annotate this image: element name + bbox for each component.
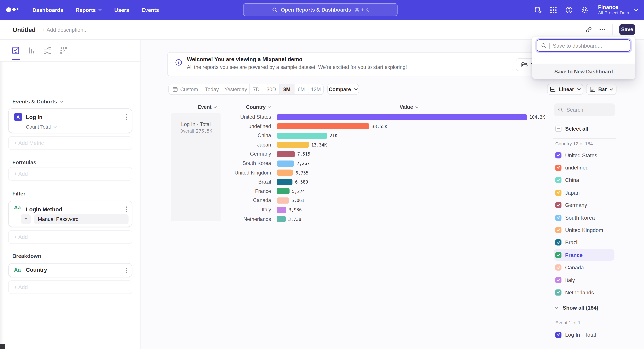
range-option-12m[interactable]: 12M xyxy=(308,84,323,94)
more-options-icon[interactable] xyxy=(599,26,606,33)
tab-insights-icon[interactable] xyxy=(12,46,20,55)
filter-property-name[interactable]: Login Method xyxy=(26,207,62,213)
project-switcher[interactable]: Finance All Project Data xyxy=(598,4,638,15)
country-checkbox-checked[interactable] xyxy=(555,277,562,283)
filter-operator[interactable]: = xyxy=(21,214,31,224)
copy-link-icon[interactable] xyxy=(585,26,592,33)
country-checkbox-checked[interactable] xyxy=(555,165,562,171)
bar-segment[interactable] xyxy=(277,123,369,129)
country-checkbox-checked[interactable] xyxy=(555,252,562,258)
active-tab-indicator xyxy=(12,58,20,60)
range-option-6m[interactable]: 6M xyxy=(294,84,308,94)
range-option-yesterday[interactable]: Yesterday xyxy=(222,84,250,94)
range-option-7d[interactable]: 7D xyxy=(250,84,263,94)
range-option-3m[interactable]: 3M xyxy=(280,84,294,94)
bar-segment[interactable] xyxy=(277,132,327,139)
tab-funnels-icon[interactable] xyxy=(28,46,36,55)
country-checkbox-checked[interactable] xyxy=(555,289,562,296)
bar-segment[interactable] xyxy=(277,197,289,204)
add-metric-button[interactable]: + Add Metric xyxy=(8,136,132,150)
country-checkbox-checked[interactable] xyxy=(555,227,562,233)
global-search-button[interactable]: Open Reports & Dashboards ⌘ + K xyxy=(243,3,398,16)
breakdown-property-name[interactable]: Country xyxy=(26,267,47,273)
country-checkbox-checked[interactable] xyxy=(555,202,562,208)
save-button[interactable]: Save xyxy=(619,24,635,35)
country-row-italy[interactable]: Italy xyxy=(554,274,614,286)
country-row-japan[interactable]: Japan xyxy=(554,187,614,198)
breakdown-options-kebab-icon[interactable] xyxy=(126,268,127,273)
country-row-brazil[interactable]: Brazil xyxy=(554,237,614,248)
apps-grid-icon[interactable] xyxy=(550,6,558,14)
compare-button[interactable]: Compare xyxy=(327,84,359,95)
report-title[interactable]: Untitled xyxy=(13,26,36,33)
event-series-label: Log In - Total xyxy=(565,332,596,338)
filter-options-kebab-icon[interactable] xyxy=(126,207,127,212)
bar-segment[interactable] xyxy=(277,179,293,185)
country-row-netherlands[interactable]: Netherlands xyxy=(554,287,614,298)
chart-type-button[interactable]: Bar xyxy=(586,84,616,95)
bar-category-label: Canada xyxy=(167,198,271,203)
range-option-30d[interactable]: 30D xyxy=(263,84,280,94)
country-checkbox-checked[interactable] xyxy=(555,190,562,196)
show-all-button[interactable]: Show all (184) xyxy=(554,305,598,311)
metric-options-kebab-icon[interactable] xyxy=(126,114,127,120)
country-row-south-korea[interactable]: South Korea xyxy=(554,212,614,223)
help-icon[interactable] xyxy=(565,6,573,14)
select-all-checkbox-indeterminate[interactable] xyxy=(555,126,562,132)
bar-segment[interactable] xyxy=(277,170,293,176)
nav-item-reports[interactable]: Reports xyxy=(76,7,102,13)
mixpanel-logo-icon[interactable] xyxy=(6,7,22,12)
range-option-today[interactable]: Today xyxy=(202,84,222,94)
bar-segment[interactable] xyxy=(277,216,286,222)
scale-selector-button[interactable]: Linear xyxy=(547,84,583,95)
event-checkbox-checked[interactable] xyxy=(555,332,562,338)
column-header-value[interactable]: Value xyxy=(400,104,418,110)
series-search-input[interactable]: Search xyxy=(554,103,615,116)
nav-item-dashboards[interactable]: Dashboards xyxy=(32,7,63,13)
add-filter-button[interactable]: + Add xyxy=(8,230,132,244)
bar-segment[interactable] xyxy=(277,188,290,194)
section-events-cohorts[interactable]: Events & Cohorts xyxy=(12,99,64,105)
country-row-united-kingdom[interactable]: United Kingdom xyxy=(554,224,614,236)
bar-category-label: Netherlands xyxy=(167,216,271,222)
country-row-canada[interactable]: Canada xyxy=(554,262,614,273)
event-name[interactable]: Log In xyxy=(26,114,42,120)
range-option-custom[interactable]: Custom xyxy=(169,84,202,94)
bar-segment[interactable] xyxy=(277,151,295,157)
country-row-germany[interactable]: Germany xyxy=(554,199,614,211)
country-row-france[interactable]: France xyxy=(554,249,614,261)
filter-value[interactable]: Manual Password xyxy=(34,214,128,224)
tab-flows-icon[interactable] xyxy=(44,46,52,55)
country-row-undefined[interactable]: undefined xyxy=(554,162,614,173)
column-header-event[interactable]: Event xyxy=(198,104,217,110)
bar-segment[interactable] xyxy=(277,114,527,120)
breakdown-card-country[interactable]: Aa Country xyxy=(8,263,132,277)
add-description-button[interactable]: + Add description... xyxy=(42,26,88,33)
tab-retention-icon[interactable] xyxy=(60,46,68,55)
bar-segment[interactable] xyxy=(277,160,294,166)
country-row-united-states[interactable]: United States xyxy=(554,149,614,161)
bar-segment[interactable] xyxy=(277,142,309,148)
country-checkbox-checked[interactable] xyxy=(555,264,562,271)
filter-card-login-method[interactable]: Aa Login Method = Manual Password xyxy=(8,201,132,227)
global-search-placeholder: Open Reports & Dashboards xyxy=(281,7,351,12)
nav-item-events[interactable]: Events xyxy=(142,7,159,13)
country-checkbox-checked[interactable] xyxy=(555,177,562,183)
metric-card-log-in[interactable]: A Log In Count Total xyxy=(8,108,132,133)
country-checkbox-checked[interactable] xyxy=(555,152,562,158)
settings-gear-icon[interactable] xyxy=(581,6,589,14)
event-series-row[interactable]: Log In - Total xyxy=(554,329,614,341)
data-management-icon[interactable] xyxy=(534,6,542,14)
select-all-row[interactable]: Select all xyxy=(555,126,588,132)
country-checkbox-checked[interactable] xyxy=(555,215,562,221)
save-to-new-dashboard-button[interactable]: Save to New Dashboard xyxy=(532,64,635,79)
nav-item-users[interactable]: Users xyxy=(114,7,129,13)
country-checkbox-checked[interactable] xyxy=(555,239,562,246)
column-header-country[interactable]: Country xyxy=(246,104,271,110)
add-formula-button[interactable]: + Add xyxy=(8,167,132,181)
bar-segment[interactable] xyxy=(277,207,286,213)
aggregation-selector[interactable]: Count Total xyxy=(26,124,56,130)
dashboard-search-input[interactable]: Save to dashboard... xyxy=(537,39,630,52)
country-row-china[interactable]: China xyxy=(554,174,614,186)
add-breakdown-button[interactable]: + Add xyxy=(8,281,132,294)
